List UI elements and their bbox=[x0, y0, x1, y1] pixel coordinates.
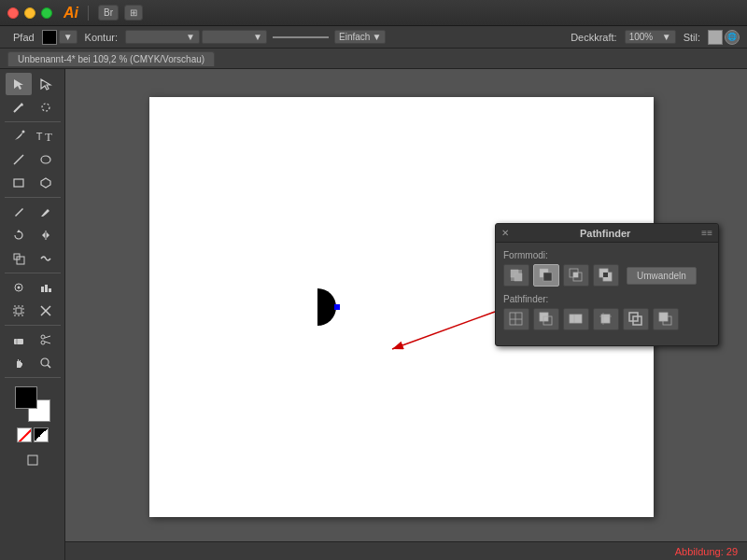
svg-line-29 bbox=[45, 342, 50, 343]
shape-svg bbox=[289, 284, 345, 330]
svg-marker-9 bbox=[17, 230, 21, 232]
line-preview bbox=[273, 36, 329, 38]
fill-swatch[interactable] bbox=[42, 30, 57, 45]
shape-container[interactable] bbox=[289, 284, 345, 332]
tool-row-4 bbox=[2, 148, 63, 171]
svg-rect-41 bbox=[543, 273, 552, 281]
reflect-tool[interactable] bbox=[33, 224, 59, 246]
artboard-tool[interactable] bbox=[6, 300, 32, 322]
close-button[interactable] bbox=[7, 7, 19, 19]
fg-color-swatch[interactable] bbox=[15, 386, 37, 409]
tool-row-10 bbox=[2, 300, 63, 322]
document-tab[interactable]: Unbenannt-4* bei 109,2 % (CMYK/Vorschau) bbox=[7, 51, 215, 66]
change-screen-mode[interactable] bbox=[20, 449, 46, 471]
kontur-arrow: ▼ bbox=[186, 32, 195, 42]
pencil-tool[interactable] bbox=[6, 201, 32, 223]
tool-row-2 bbox=[2, 96, 63, 119]
stroke-width-arrow: ▼ bbox=[253, 32, 262, 42]
stil-label: Stil: bbox=[678, 30, 706, 45]
grid-button[interactable]: ⊞ bbox=[124, 5, 143, 21]
fill-dropdown[interactable]: ▼ bbox=[59, 30, 78, 44]
ellipse-tool[interactable] bbox=[33, 148, 59, 171]
panel-titlebar: ✕ Pathfinder ≡≡ bbox=[496, 224, 718, 243]
svg-rect-19 bbox=[49, 288, 51, 292]
kontur-dropdown[interactable]: ▼ bbox=[125, 30, 200, 44]
direct-selection-tool[interactable] bbox=[33, 73, 59, 95]
tool-divider-3 bbox=[5, 273, 61, 273]
text-tool[interactable]: T T bbox=[33, 125, 59, 147]
graph-tool[interactable] bbox=[33, 276, 59, 299]
pathfinder-btn-row bbox=[503, 308, 711, 330]
both-swatch[interactable] bbox=[34, 427, 49, 442]
line-style-arrow: ▼ bbox=[372, 32, 381, 42]
symbol-tool[interactable] bbox=[6, 276, 32, 299]
tool-row-11 bbox=[2, 329, 63, 351]
form-mode-btn-3[interactable] bbox=[563, 264, 589, 287]
umwandeln-button[interactable]: Umwandeln bbox=[627, 267, 697, 285]
color-box-area bbox=[2, 385, 63, 444]
form-mode-btn-2[interactable] bbox=[533, 264, 559, 287]
form-mode-btn-1[interactable] bbox=[503, 264, 529, 287]
minimize-button[interactable] bbox=[24, 7, 35, 19]
maximize-button[interactable] bbox=[41, 7, 52, 19]
pathfinder-label: Pathfinder: bbox=[503, 294, 711, 304]
formmodi-btn-row: Umwandeln bbox=[503, 264, 711, 287]
kontur-label: Kontur: bbox=[79, 30, 123, 45]
deckkraft-dropdown[interactable]: 100% ▼ bbox=[625, 30, 676, 44]
svg-rect-34 bbox=[334, 304, 340, 310]
svg-rect-51 bbox=[540, 313, 548, 321]
svg-rect-7 bbox=[14, 179, 23, 187]
app-icon: Ai bbox=[63, 5, 78, 21]
panel-close-button[interactable]: ✕ bbox=[501, 228, 509, 238]
globe-icon[interactable]: 🌐 bbox=[725, 30, 740, 45]
pf-btn-6[interactable] bbox=[653, 308, 679, 330]
polygon-tool[interactable] bbox=[33, 172, 59, 194]
selection-tool[interactable] bbox=[6, 73, 32, 95]
tool-row-5 bbox=[2, 172, 63, 194]
svg-line-0 bbox=[14, 105, 21, 112]
pf-btn-2[interactable] bbox=[533, 308, 559, 330]
paintbrush-tool[interactable] bbox=[33, 201, 59, 223]
scissors-tool[interactable] bbox=[33, 329, 59, 351]
pf-btn-3[interactable] bbox=[563, 308, 589, 330]
rotate-tool[interactable] bbox=[6, 224, 32, 246]
tool-divider-4 bbox=[5, 325, 61, 326]
slice-tool[interactable] bbox=[33, 300, 59, 322]
panel-title: Pathfinder bbox=[580, 228, 630, 239]
pf-btn-5[interactable] bbox=[623, 308, 649, 330]
svg-point-6 bbox=[41, 156, 50, 163]
stil-swatch[interactable] bbox=[708, 30, 723, 45]
svg-point-27 bbox=[41, 341, 45, 344]
svg-point-30 bbox=[41, 358, 49, 366]
line-style-dropdown[interactable]: Einfach ▼ bbox=[334, 30, 386, 44]
status-bar: Abbildung: 29 bbox=[65, 541, 747, 560]
magic-wand-tool[interactable] bbox=[6, 96, 32, 119]
form-mode-btn-4[interactable] bbox=[593, 264, 619, 287]
panel-menu-button[interactable]: ≡≡ bbox=[701, 228, 712, 238]
svg-line-31 bbox=[48, 365, 50, 368]
deckkraft-arrow: ▼ bbox=[662, 32, 671, 42]
tool-divider-2 bbox=[5, 197, 61, 198]
pf-btn-4[interactable] bbox=[593, 308, 619, 330]
bridge-button[interactable]: Br bbox=[98, 5, 119, 21]
canvas-area: ✕ Pathfinder ≡≡ Formmodi: bbox=[65, 69, 747, 560]
menu-bar: Pfad ▼ Kontur: ▼ ▼ Einfach ▼ Deckkraft: … bbox=[0, 26, 747, 49]
pf-btn-1[interactable] bbox=[503, 308, 529, 330]
line-style-value: Einfach bbox=[339, 32, 370, 42]
svg-rect-17 bbox=[41, 287, 44, 292]
eraser-tool[interactable] bbox=[6, 329, 32, 351]
line-tool[interactable] bbox=[6, 148, 32, 171]
none-swatch[interactable] bbox=[17, 427, 32, 442]
small-swatches bbox=[17, 427, 49, 442]
stroke-width-dropdown[interactable]: ▼ bbox=[202, 30, 267, 44]
svg-rect-39 bbox=[511, 270, 522, 281]
rectangle-tool[interactable] bbox=[6, 172, 32, 194]
scale-tool[interactable] bbox=[6, 247, 32, 270]
zoom-tool[interactable] bbox=[33, 352, 59, 374]
deckkraft-value: 100% bbox=[629, 32, 654, 42]
lasso-tool[interactable] bbox=[33, 96, 59, 119]
svg-rect-61 bbox=[659, 313, 668, 321]
warp-tool[interactable] bbox=[33, 247, 59, 270]
pen-tool[interactable] bbox=[6, 125, 32, 147]
hand-tool[interactable] bbox=[6, 352, 32, 374]
